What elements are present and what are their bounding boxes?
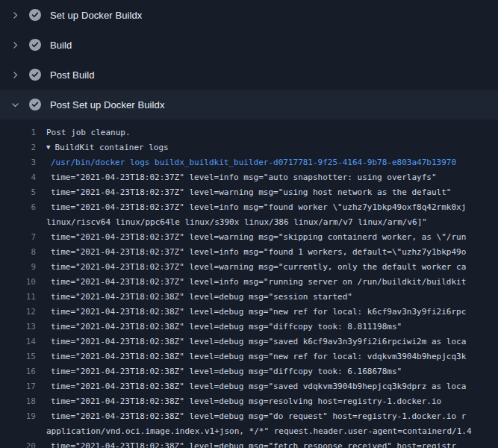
log-text: time="2021-04-23T18:02:38Z" level=debug … xyxy=(46,305,466,320)
line-number[interactable]: 5 xyxy=(0,185,46,200)
check-circle-icon xyxy=(29,69,41,81)
log-line: 3/usr/bin/docker logs buildx_buildkit_bu… xyxy=(0,155,498,170)
line-number[interactable]: 6 xyxy=(0,200,46,215)
log-text: time="2021-04-23T18:02:38Z" level=debug … xyxy=(46,409,466,424)
check-circle-icon xyxy=(29,39,41,51)
line-number[interactable]: 1 xyxy=(0,125,46,140)
log-text: time="2021-04-23T18:02:37Z" level=warnin… xyxy=(46,260,466,275)
log-line: 11time="2021-04-23T18:02:38Z" level=debu… xyxy=(0,290,498,305)
log-group-toggle[interactable]: ▼BuildKit container logs xyxy=(46,140,169,155)
group-caret-icon: ▼ xyxy=(46,140,50,155)
log-line: 19time="2021-04-23T18:02:38Z" level=debu… xyxy=(0,409,498,424)
log-text: time="2021-04-23T18:02:38Z" level=debug … xyxy=(46,335,466,349)
log-text: time="2021-04-23T18:02:38Z" level=debug … xyxy=(46,320,402,335)
log-line: 4time="2021-04-23T18:02:37Z" level=info … xyxy=(0,170,498,185)
section-header-set-up-docker-buildx[interactable]: Set up Docker Buildx xyxy=(0,0,498,30)
log-text: application/vnd.oci.image.index.v1+json,… xyxy=(46,424,472,439)
section-label: Post Set up Docker Buildx xyxy=(50,99,165,111)
log-text: linux/riscv64 linux/ppc64le linux/s390x … xyxy=(46,215,427,230)
line-number[interactable]: 14 xyxy=(0,335,46,349)
line-number[interactable]: 19 xyxy=(0,409,46,424)
chevron-right-icon xyxy=(10,10,20,20)
log-line: 13time="2021-04-23T18:02:38Z" level=debu… xyxy=(0,320,498,335)
line-number[interactable]: 18 xyxy=(0,394,46,409)
line-number xyxy=(0,215,46,230)
chevron-down-icon xyxy=(10,100,20,110)
log-text: time="2021-04-23T18:02:37Z" level=info m… xyxy=(46,275,466,290)
line-number[interactable]: 12 xyxy=(0,305,46,320)
line-number[interactable]: 20 xyxy=(0,439,46,448)
line-number[interactable]: 15 xyxy=(0,349,46,364)
log-text: time="2021-04-23T18:02:37Z" level=warnin… xyxy=(46,230,466,245)
section-header-build[interactable]: Build xyxy=(0,30,498,60)
line-number xyxy=(0,424,46,439)
log-line: 12time="2021-04-23T18:02:38Z" level=debu… xyxy=(0,305,498,320)
log-area: 1Post job cleanup.2▼BuildKit container l… xyxy=(0,119,498,448)
log-line-continuation: linux/riscv64 linux/ppc64le linux/s390x … xyxy=(0,215,498,230)
line-number[interactable]: 3 xyxy=(0,155,46,170)
log-line: 10time="2021-04-23T18:02:37Z" level=info… xyxy=(0,275,498,290)
log-line: 8time="2021-04-23T18:02:37Z" level=info … xyxy=(0,245,498,260)
line-number[interactable]: 9 xyxy=(0,260,46,275)
line-number[interactable]: 16 xyxy=(0,364,46,379)
log-line: 16time="2021-04-23T18:02:38Z" level=debu… xyxy=(0,364,498,379)
line-number[interactable]: 7 xyxy=(0,230,46,245)
line-number[interactable]: 10 xyxy=(0,275,46,290)
line-number[interactable]: 4 xyxy=(0,170,46,185)
log-line: 20time="2021-04-23T18:02:38Z" level=debu… xyxy=(0,439,498,448)
section-header-post-set-up-docker-buildx[interactable]: Post Set up Docker Buildx xyxy=(0,90,498,119)
log-line: 17time="2021-04-23T18:02:38Z" level=debu… xyxy=(0,379,498,394)
section-label: Post Build xyxy=(50,69,95,81)
log-command-text: /usr/bin/docker logs buildx_buildkit_bui… xyxy=(46,155,456,170)
log-line: 15time="2021-04-23T18:02:38Z" level=debu… xyxy=(0,349,498,364)
log-text: Post job cleanup. xyxy=(46,125,131,140)
log-text: time="2021-04-23T18:02:38Z" level=debug … xyxy=(46,379,466,394)
line-number[interactable]: 2 xyxy=(0,140,46,155)
section-label: Set up Docker Buildx xyxy=(50,10,142,21)
log-line: 1Post job cleanup. xyxy=(0,125,498,140)
section-header-post-build[interactable]: Post Build xyxy=(0,60,498,90)
line-number[interactable]: 8 xyxy=(0,245,46,260)
workflow-log-viewer: Set up Docker BuildxBuildPost BuildPost … xyxy=(0,0,498,448)
log-line: 9time="2021-04-23T18:02:37Z" level=warni… xyxy=(0,260,498,275)
log-text: time="2021-04-23T18:02:37Z" level=info m… xyxy=(46,200,466,215)
log-text: time="2021-04-23T18:02:38Z" level=debug … xyxy=(46,290,352,305)
log-line: 18time="2021-04-23T18:02:38Z" level=debu… xyxy=(0,394,498,409)
log-line-continuation: application/vnd.oci.image.index.v1+json,… xyxy=(0,424,498,439)
log-line: 7time="2021-04-23T18:02:37Z" level=warni… xyxy=(0,230,498,245)
line-number[interactable]: 13 xyxy=(0,320,46,335)
line-number[interactable]: 11 xyxy=(0,290,46,305)
log-text: time="2021-04-23T18:02:38Z" level=debug … xyxy=(46,439,456,448)
log-line: 2▼BuildKit container logs xyxy=(0,140,498,155)
line-number[interactable]: 17 xyxy=(0,379,46,394)
log-text: time="2021-04-23T18:02:38Z" level=debug … xyxy=(46,349,466,364)
step-sections: Set up Docker BuildxBuildPost BuildPost … xyxy=(0,0,498,119)
log-text: time="2021-04-23T18:02:37Z" level=info m… xyxy=(46,245,466,260)
chevron-right-icon xyxy=(10,40,20,50)
check-circle-icon xyxy=(29,99,41,111)
log-line: 5time="2021-04-23T18:02:37Z" level=warni… xyxy=(0,185,498,200)
chevron-right-icon xyxy=(10,70,20,80)
log-text: time="2021-04-23T18:02:37Z" level=info m… xyxy=(46,170,437,185)
log-line: 6time="2021-04-23T18:02:37Z" level=info … xyxy=(0,200,498,215)
log-text: time="2021-04-23T18:02:38Z" level=debug … xyxy=(46,364,402,379)
log-line: 14time="2021-04-23T18:02:38Z" level=debu… xyxy=(0,335,498,349)
log-text: time="2021-04-23T18:02:38Z" level=debug … xyxy=(46,394,441,409)
section-label: Build xyxy=(50,40,72,51)
log-text: time="2021-04-23T18:02:37Z" level=warnin… xyxy=(46,185,451,200)
check-circle-icon xyxy=(29,9,41,21)
